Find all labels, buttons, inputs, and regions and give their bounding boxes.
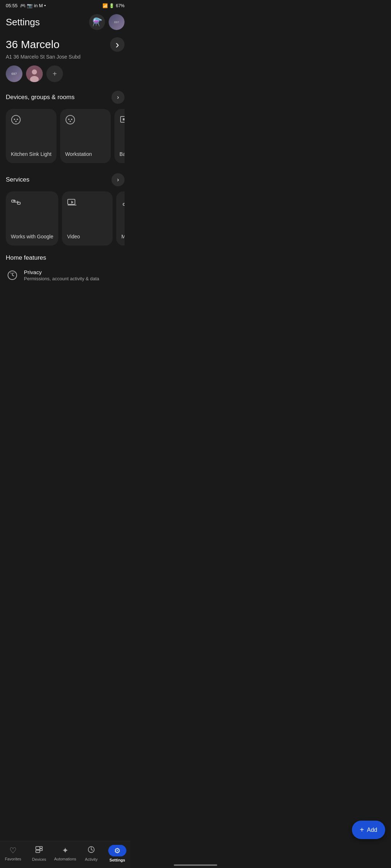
service-label-works-with-google: Works with Google (11, 233, 53, 240)
link-icon (11, 197, 53, 209)
service-cards-scroll[interactable]: Works with Google Video Musi (6, 191, 125, 247)
device-cards-scroll[interactable]: Kitchen Sink Light Workstation (6, 109, 125, 165)
add-member-button[interactable]: + (46, 65, 63, 82)
services-chevron-button[interactable]: › (112, 173, 125, 186)
header: Settings ⚗️ 697 (0, 10, 130, 33)
privacy-icon (6, 269, 19, 282)
svg-point-5 (17, 119, 18, 120)
video-icon (67, 197, 108, 209)
services-section-header: Services › (6, 173, 125, 186)
svg-point-7 (66, 115, 75, 124)
services-section-title: Services (6, 176, 29, 183)
feature-privacy-row[interactable]: Privacy Permissions, account activity & … (6, 267, 125, 284)
home-name-row: 36 Marcelo › (6, 37, 125, 52)
member-avatar-img-1: 697 (6, 65, 22, 82)
service-card-video[interactable]: Video (62, 191, 113, 246)
home-name-text: 36 Marcelo (6, 38, 59, 51)
outlet-icon-2 (65, 115, 106, 127)
feature-privacy-title: Privacy (24, 269, 99, 275)
services-section: Services › Works with Google (0, 167, 130, 250)
device-card-kitchen-sink-light[interactable]: Kitchen Sink Light (6, 109, 56, 163)
svg-point-9 (71, 119, 72, 120)
notification-icons: 🎮 📷 in M • (20, 3, 46, 8)
home-info: 36 Marcelo › A1 36 Marcelo St San Jose S… (0, 33, 130, 85)
profile-avatar: 697 (109, 14, 125, 30)
svg-point-1 (32, 69, 37, 75)
status-left: 05:55 🎮 📷 in M • (6, 3, 46, 8)
status-right: 📶 🔋 67% (102, 3, 125, 8)
page-title: Settings (6, 17, 40, 28)
device-card-balcony-light[interactable]: Balcony Light (114, 109, 125, 163)
device-label-balcony-light: Balcony Light (119, 151, 125, 157)
plus-icon: + (52, 70, 57, 78)
display-icon (119, 115, 125, 127)
devices-section-header: Devices, groups & rooms › (6, 91, 125, 104)
feature-privacy-text: Privacy Permissions, account activity & … (24, 269, 99, 281)
svg-rect-12 (123, 118, 125, 120)
devices-section-title: Devices, groups & rooms (6, 94, 75, 101)
member-avatar-1[interactable]: 697 (6, 65, 22, 82)
chevron-right-icon: › (115, 38, 119, 51)
svg-point-20 (123, 203, 125, 205)
time: 05:55 (6, 3, 18, 8)
device-label-kitchen-sink-light: Kitchen Sink Light (11, 151, 51, 157)
profile-avatar-button[interactable]: 697 (109, 14, 125, 30)
outlet-icon (11, 115, 51, 127)
home-members: 697 + (6, 65, 125, 82)
svg-marker-18 (71, 201, 73, 204)
music-icon (121, 197, 125, 209)
member-avatar-img-2 (26, 65, 43, 82)
svg-rect-10 (70, 121, 71, 122)
chevron-right-icon: › (117, 176, 119, 183)
home-address: A1 36 Marcelo St San Jose Subd (6, 54, 125, 60)
service-label-music: Music (121, 233, 125, 240)
home-chevron-button[interactable]: › (110, 37, 125, 52)
member-avatar-2[interactable] (26, 65, 43, 82)
device-label-workstation: Workstation (65, 151, 106, 157)
chevron-right-icon: › (117, 94, 119, 101)
svg-rect-6 (15, 121, 17, 122)
device-card-workstation[interactable]: Workstation (60, 109, 111, 163)
battery-level: 67% (116, 3, 125, 8)
devices-section: Devices, groups & rooms › Kitchen Sink L… (0, 85, 130, 167)
svg-point-4 (14, 119, 15, 120)
svg-point-8 (68, 119, 70, 120)
svg-point-3 (12, 115, 20, 124)
feature-privacy-subtitle: Permissions, account activity & data (24, 276, 99, 281)
status-bar: 05:55 🎮 📷 in M • 📶 🔋 67% (0, 0, 130, 10)
devices-chevron-button[interactable]: › (112, 91, 125, 104)
service-card-music[interactable]: Music (116, 191, 125, 246)
lab-icon-button[interactable]: ⚗️ (89, 14, 105, 30)
home-features-section: Home features Privacy Permissions, accou… (0, 250, 130, 287)
service-label-video: Video (67, 233, 108, 240)
flask-icon: ⚗️ (92, 17, 102, 27)
service-card-works-with-google[interactable]: Works with Google (6, 191, 58, 246)
header-icons: ⚗️ 697 (89, 14, 125, 30)
signal-icons: 📶 🔋 (102, 3, 114, 8)
home-features-title: Home features (6, 254, 125, 261)
